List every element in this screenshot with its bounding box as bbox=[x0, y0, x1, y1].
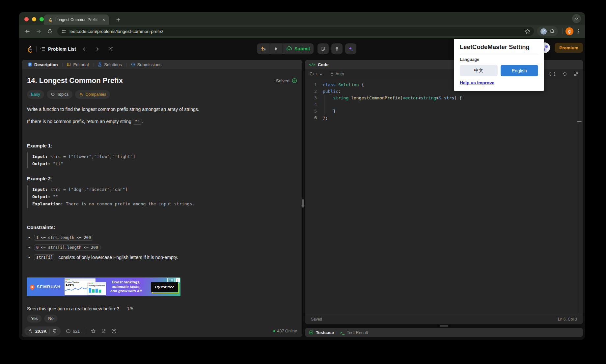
premium-button[interactable]: Premium bbox=[555, 43, 583, 53]
close-window-button[interactable] bbox=[24, 17, 29, 21]
console-panel: Testcase | >_ Test Result bbox=[305, 328, 583, 337]
ad-headline: Boost rankings, automate tasks, and grow… bbox=[106, 280, 146, 294]
inline-code: "" bbox=[133, 119, 142, 125]
problem-list-button[interactable]: Problem List bbox=[40, 46, 76, 52]
ad-cta-wrap: Try for free bbox=[151, 282, 178, 292]
submissions-history-icon bbox=[131, 62, 135, 67]
indent-guide bbox=[324, 95, 324, 115]
companies-badge[interactable]: Companies bbox=[75, 90, 110, 99]
minimize-window-button[interactable] bbox=[32, 17, 36, 21]
code-line[interactable]: 6}; bbox=[305, 115, 583, 121]
example-line: Input: strs = ["flower","flow","flight"] bbox=[32, 153, 297, 160]
description-panel: Description | Editorial | Solu bbox=[22, 60, 302, 337]
submit-label: Submit bbox=[294, 46, 310, 51]
statement-paragraph: If there is no common prefix, return an … bbox=[27, 118, 297, 125]
new-tab-button[interactable] bbox=[114, 15, 123, 24]
ad-mockups: Position Tracking 8.96% Ranking Distribu… bbox=[64, 277, 106, 296]
auto-mode-toggle[interactable]: Auto bbox=[330, 72, 344, 76]
site-settings-icon[interactable] bbox=[61, 29, 66, 34]
comments-button[interactable]: 621 bbox=[66, 329, 80, 334]
notes-button[interactable] bbox=[317, 43, 329, 54]
tab-editorial[interactable]: Editorial bbox=[65, 62, 91, 67]
chevron-down-icon bbox=[319, 72, 323, 76]
description-panel-tabs: Description | Editorial | Solu bbox=[22, 60, 302, 69]
code-text: }; bbox=[323, 115, 328, 121]
popup-title: LeetCodeMaster Setting bbox=[460, 43, 538, 51]
thumbs-up-icon[interactable] bbox=[28, 329, 33, 334]
cloud-upload-icon bbox=[286, 46, 292, 52]
submit-button[interactable]: Submit bbox=[282, 43, 314, 54]
feedback-button[interactable] bbox=[111, 328, 117, 334]
maximize-window-button[interactable] bbox=[40, 17, 44, 21]
online-label: 437 Online bbox=[277, 329, 297, 333]
format-braces-icon[interactable]: { } bbox=[549, 72, 556, 76]
tab-test-result[interactable]: >_ Test Result bbox=[340, 330, 368, 335]
question-circle-icon bbox=[111, 328, 117, 334]
no-button[interactable]: No bbox=[44, 315, 57, 323]
url-text[interactable]: leetcode.com/problems/longest-common-pre… bbox=[69, 29, 525, 34]
leetcodemaster-extension-icon[interactable]: LC bbox=[540, 28, 547, 35]
panel-split-handle[interactable] bbox=[302, 199, 304, 208]
ad-banner[interactable]: SEMRUSH Position Tracking 8.96% bbox=[27, 277, 180, 296]
browser-window: Longest Common Prefix - Lee × bbox=[19, 12, 585, 340]
example-2-label: Example 2: bbox=[27, 176, 297, 181]
browser-tab[interactable]: Longest Common Prefix - Lee × bbox=[44, 14, 109, 25]
bookmark-star-icon[interactable] bbox=[525, 29, 531, 34]
share-icon bbox=[101, 329, 106, 334]
debugger-button[interactable] bbox=[257, 43, 270, 54]
code-editor[interactable]: 1class Solution {2public:3 string longes… bbox=[305, 79, 583, 314]
line-number: 4 bbox=[305, 101, 317, 108]
language-selector[interactable]: C++ bbox=[310, 72, 323, 76]
companies-label: Companies bbox=[85, 92, 106, 97]
code-line[interactable]: 3 string longestCommonPrefix(vector<stri… bbox=[305, 95, 583, 101]
tab-submissions[interactable]: Submissions bbox=[129, 62, 164, 67]
code-line[interactable]: 4 bbox=[305, 101, 583, 108]
line-number: 2 bbox=[305, 88, 317, 95]
editor-scrollbar-thumb[interactable] bbox=[577, 121, 582, 122]
address-bar[interactable]: leetcode.com/problems/longest-common-pre… bbox=[57, 27, 534, 36]
help-us-improve-link[interactable]: Help us improve bbox=[460, 80, 494, 85]
run-button[interactable] bbox=[270, 43, 282, 54]
browser-tab-strip: Longest Common Prefix - Lee × bbox=[19, 12, 585, 25]
topics-badge[interactable]: Topics bbox=[47, 90, 72, 99]
hint-bulb-button[interactable] bbox=[331, 43, 343, 54]
language-option-english[interactable]: English bbox=[501, 65, 538, 76]
share-button[interactable] bbox=[101, 329, 106, 334]
leetcode-logo[interactable] bbox=[26, 45, 33, 53]
random-question-button[interactable] bbox=[106, 44, 116, 54]
difficulty-badge[interactable]: Easy bbox=[27, 90, 44, 99]
extensions-puzzle-icon[interactable] bbox=[549, 29, 555, 34]
language-option-chinese[interactable]: 中文 bbox=[460, 65, 498, 76]
tab-description-label: Description bbox=[34, 62, 58, 67]
browser-menu-icon[interactable]: ⋮ bbox=[576, 28, 581, 34]
thumbs-down-icon[interactable] bbox=[52, 329, 57, 334]
favorite-button[interactable] bbox=[91, 328, 96, 334]
ad-cta-button[interactable]: Try for free bbox=[151, 282, 178, 292]
reload-button[interactable] bbox=[44, 26, 55, 37]
ai-assistant-button[interactable] bbox=[345, 43, 356, 54]
code-text: } bbox=[323, 108, 336, 115]
tab-description[interactable]: Description bbox=[26, 62, 60, 67]
example-line: Output: "fl" bbox=[32, 160, 297, 168]
tab-search-button[interactable] bbox=[572, 14, 581, 23]
reset-code-icon[interactable] bbox=[563, 72, 567, 76]
interview-progress: 1/5 bbox=[127, 306, 133, 311]
back-button[interactable] bbox=[22, 26, 33, 37]
profile-avatar[interactable]: g bbox=[565, 27, 573, 35]
like-count: 20.3K bbox=[35, 329, 47, 334]
code-text: string longestCommonPrefix(vector<string… bbox=[323, 95, 462, 101]
tab-solutions[interactable]: Solutions bbox=[96, 62, 124, 67]
statement-text: If there is no common prefix, return an … bbox=[27, 119, 133, 124]
yes-button[interactable]: Yes bbox=[27, 315, 41, 323]
prev-question-button[interactable] bbox=[79, 44, 89, 54]
line-number: 6 bbox=[305, 115, 317, 121]
console-resize-handle[interactable] bbox=[440, 325, 448, 326]
tab-testcase[interactable]: Testcase bbox=[309, 330, 334, 335]
tab-close-icon[interactable]: × bbox=[101, 17, 106, 23]
next-question-button[interactable] bbox=[93, 44, 102, 54]
fullscreen-icon[interactable] bbox=[574, 72, 578, 76]
forward-button[interactable] bbox=[33, 26, 44, 37]
code-line[interactable]: 5 } bbox=[305, 108, 583, 115]
tab-title: Longest Common Prefix - Lee bbox=[55, 17, 101, 22]
auto-label: Auto bbox=[336, 72, 344, 76]
